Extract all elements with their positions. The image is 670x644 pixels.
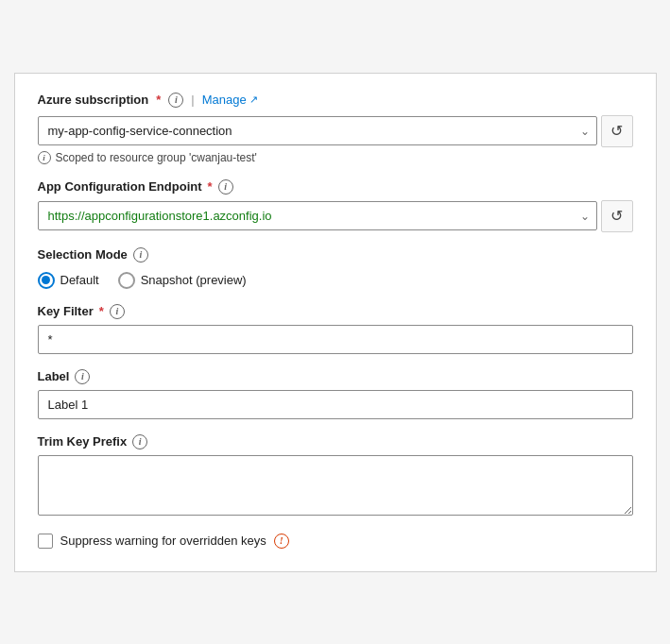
trim-key-prefix-field: Trim Key Prefix i <box>38 434 633 518</box>
trim-key-prefix-label: Trim Key Prefix <box>38 434 128 449</box>
azure-subscription-dropdown-row: my-app-config-service-connection ⌄ ↺ <box>38 115 633 147</box>
radio-default-circle <box>38 272 55 289</box>
label-label: Label <box>38 369 70 383</box>
radio-snapshot-label: Snapshot (preview) <box>141 273 247 287</box>
azure-subscription-dropdown-wrapper: my-app-config-service-connection ⌄ <box>38 115 597 147</box>
trim-key-prefix-label-row: Trim Key Prefix i <box>38 434 633 449</box>
label-info-icon[interactable]: i <box>75 369 90 384</box>
trim-key-prefix-info-icon[interactable]: i <box>132 434 147 449</box>
scoped-note-text: Scoped to resource group 'cwanjau-test' <box>56 151 257 164</box>
azure-subscription-required: * <box>156 93 161 107</box>
external-link-icon: ↗ <box>249 93 258 106</box>
suppress-warning-label: Suppress warning for overridden keys <box>60 534 266 548</box>
label-label-row: Label i <box>38 369 633 384</box>
azure-subscription-select[interactable]: my-app-config-service-connection <box>38 116 597 145</box>
radio-default[interactable]: Default <box>38 272 99 289</box>
app-config-endpoint-label-row: App Configuration Endpoint * i <box>38 179 633 195</box>
key-filter-required: * <box>99 304 104 318</box>
key-filter-info-icon[interactable]: i <box>110 304 125 319</box>
selection-mode-field: Selection Mode i Default Snapshot (previ… <box>38 247 633 289</box>
scoped-note: i Scoped to resource group 'cwanjau-test… <box>38 151 633 164</box>
selection-mode-label-row: Selection Mode i <box>38 247 633 263</box>
app-config-endpoint-dropdown-wrapper: https://appconfigurationstore1.azconfig.… <box>38 200 597 232</box>
trim-key-prefix-textarea[interactable] <box>38 455 633 516</box>
key-filter-label: Key Filter <box>38 304 94 318</box>
suppress-warning-row: Suppress warning for overridden keys ! <box>38 534 633 549</box>
suppress-warning-checkbox[interactable] <box>38 534 53 549</box>
scoped-note-info-icon: i <box>38 151 51 164</box>
app-config-endpoint-required: * <box>208 179 213 194</box>
selection-mode-label: Selection Mode <box>38 247 128 262</box>
label-input[interactable] <box>38 390 633 419</box>
key-filter-field: Key Filter * i <box>38 304 633 354</box>
app-config-endpoint-label: App Configuration Endpoint <box>38 179 202 194</box>
suppress-warning-info-icon[interactable]: ! <box>274 534 289 549</box>
app-config-endpoint-refresh-button[interactable]: ↺ <box>601 200 633 232</box>
key-filter-label-row: Key Filter * i <box>38 304 633 319</box>
separator: | <box>191 93 194 107</box>
selection-mode-info-icon[interactable]: i <box>133 247 148 263</box>
app-config-endpoint-info-icon[interactable]: i <box>218 179 233 195</box>
app-config-endpoint-field: App Configuration Endpoint * i https://a… <box>38 179 633 232</box>
azure-subscription-info-icon[interactable]: i <box>168 93 183 108</box>
label-field: Label i <box>38 369 633 419</box>
radio-snapshot[interactable]: Snapshot (preview) <box>118 272 247 289</box>
selection-mode-radio-group: Default Snapshot (preview) <box>38 272 633 289</box>
radio-default-label: Default <box>60 273 99 287</box>
azure-subscription-label-row: Azure subscription * i | Manage ↗ <box>38 93 633 108</box>
manage-link[interactable]: Manage ↗ <box>202 93 258 107</box>
azure-subscription-label: Azure subscription <box>38 93 149 107</box>
azure-subscription-refresh-button[interactable]: ↺ <box>601 115 633 147</box>
key-filter-input[interactable] <box>38 325 633 354</box>
app-config-endpoint-select[interactable]: https://appconfigurationstore1.azconfig.… <box>38 201 597 230</box>
azure-subscription-field: Azure subscription * i | Manage ↗ my-app… <box>38 93 633 164</box>
main-panel: Azure subscription * i | Manage ↗ my-app… <box>14 73 657 572</box>
radio-snapshot-circle <box>118 272 135 289</box>
app-config-endpoint-dropdown-row: https://appconfigurationstore1.azconfig.… <box>38 200 633 232</box>
